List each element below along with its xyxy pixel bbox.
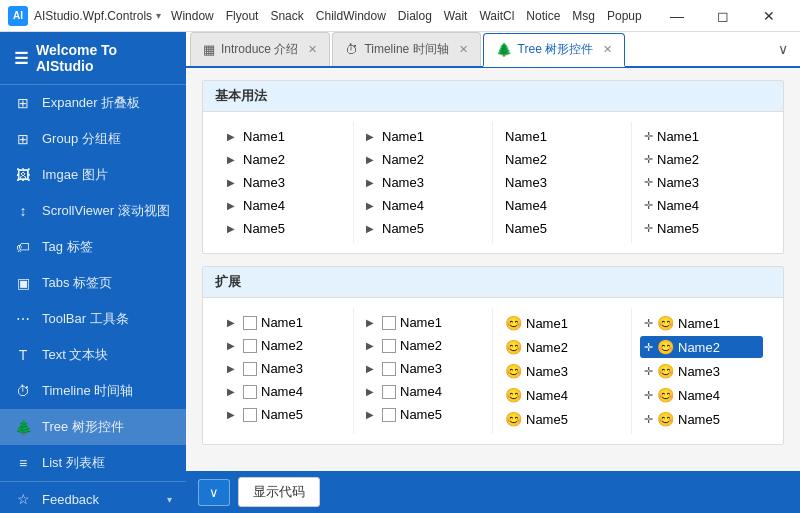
tree-row[interactable]: ✛😊Name4 (640, 384, 763, 406)
sidebar-item-image[interactable]: 🖼 Imgae 图片 (0, 157, 186, 193)
sidebar-item-label: Text 文本块 (42, 346, 172, 364)
tree-row[interactable]: Name4 (501, 195, 623, 216)
tree-row[interactable]: 😊Name4 (501, 384, 623, 406)
menu-notice[interactable]: Notice (526, 9, 560, 23)
tree-node-label: Name4 (678, 388, 720, 403)
sidebar-item-text[interactable]: T Text 文本块 (0, 337, 186, 373)
menu-flyout[interactable]: Flyout (226, 9, 259, 23)
tree-row[interactable]: ▶Name1 (223, 126, 345, 147)
menu-dialog[interactable]: Dialog (398, 9, 432, 23)
sidebar-item-group[interactable]: ⊞ Group 分组框 (0, 121, 186, 157)
menu-msg[interactable]: Msg (572, 9, 595, 23)
tree-checkbox[interactable] (382, 385, 396, 399)
tree-node-label: Name4 (505, 198, 547, 213)
expand-arrow: ▶ (227, 131, 239, 142)
plus-icon: ✛ (644, 413, 653, 426)
tab-introduce[interactable]: ▦ Introduce 介绍 ✕ (190, 32, 330, 66)
menu-window[interactable]: Window (171, 9, 214, 23)
tree-node-label: Name5 (526, 412, 568, 427)
tree-row[interactable]: ▶Name1 (223, 312, 345, 333)
tab-more-button[interactable]: ∨ (770, 37, 796, 61)
tree-row[interactable]: ▶Name3 (223, 358, 345, 379)
tree-checkbox[interactable] (382, 408, 396, 422)
tree-row[interactable]: ▶Name4 (223, 195, 345, 216)
tab-timeline[interactable]: ⏱ Timeline 时间轴 ✕ (332, 32, 480, 66)
menu-snack[interactable]: Snack (270, 9, 303, 23)
tree-row[interactable]: ✛😊Name1 (640, 312, 763, 334)
tree-checkbox[interactable] (243, 316, 257, 330)
smiley-icon: 😊 (657, 363, 674, 379)
sidebar-item-scrollviewer[interactable]: ↕ ScrollViewer 滚动视图 (0, 193, 186, 229)
tree-row[interactable]: ✛Name2 (640, 149, 763, 170)
menu-childwindow[interactable]: ChildWindow (316, 9, 386, 23)
sidebar-item-tree[interactable]: 🌲 Tree 树形控件 (0, 409, 186, 445)
menu-wait[interactable]: Wait (444, 9, 468, 23)
sidebar-item-label: Tag 标签 (42, 238, 172, 256)
maximize-button[interactable]: ◻ (700, 0, 746, 32)
tree-row-selected[interactable]: ✛😊Name2 (640, 336, 763, 358)
show-code-button[interactable]: 显示代码 (238, 477, 320, 507)
sidebar-item-expander[interactable]: ⊞ Expander 折叠板 (0, 85, 186, 121)
tree-row[interactable]: ✛Name5 (640, 218, 763, 239)
tree-checkbox[interactable] (382, 339, 396, 353)
tree-row[interactable]: ✛😊Name3 (640, 360, 763, 382)
tree-node-label: Name5 (243, 221, 285, 236)
sidebar-item-label: ToolBar 工具条 (42, 310, 172, 328)
tree-checkbox[interactable] (382, 316, 396, 330)
tree-row[interactable]: 😊Name2 (501, 336, 623, 358)
tree-row[interactable]: ▶Name5 (362, 218, 484, 239)
dropdown-button[interactable]: ∨ (198, 479, 230, 506)
tree-node-label: Name5 (382, 221, 424, 236)
tree-row[interactable]: ▶Name4 (362, 381, 484, 402)
tree-checkbox[interactable] (382, 362, 396, 376)
tree-row[interactable]: ▶Name5 (223, 404, 345, 425)
tree-row[interactable]: ▶Name5 (223, 218, 345, 239)
tree-row[interactable]: ▶Name3 (362, 172, 484, 193)
sidebar-item-feedback[interactable]: ☆ Feedback ▾ (0, 482, 186, 513)
sidebar-item-tag[interactable]: 🏷 Tag 标签 (0, 229, 186, 265)
close-button[interactable]: ✕ (746, 0, 792, 32)
tree-checkbox[interactable] (243, 362, 257, 376)
sidebar-item-tabs[interactable]: ▣ Tabs 标签页 (0, 265, 186, 301)
tree-row[interactable]: Name5 (501, 218, 623, 239)
tree-row[interactable]: 😊Name1 (501, 312, 623, 334)
tree-row[interactable]: ▶Name2 (362, 149, 484, 170)
feedback-arrow: ▾ (167, 494, 172, 505)
tree-row[interactable]: ▶Name4 (223, 381, 345, 402)
tree-row[interactable]: ▶Name1 (362, 312, 484, 333)
tree-row[interactable]: ▶Name3 (362, 358, 484, 379)
tree-row[interactable]: Name3 (501, 172, 623, 193)
tree-row[interactable]: ✛😊Name5 (640, 408, 763, 430)
tree-checkbox[interactable] (243, 339, 257, 353)
tab-tree[interactable]: 🌲 Tree 树形控件 ✕ (483, 33, 626, 67)
tab-introduce-close[interactable]: ✕ (308, 43, 317, 56)
titlebar: AI AIStudio.Wpf.Controls ▾ Window Flyout… (0, 0, 800, 32)
tree-row[interactable]: Name1 (501, 126, 623, 147)
tree-checkbox[interactable] (243, 385, 257, 399)
tree-row[interactable]: ▶Name1 (362, 126, 484, 147)
tree-row[interactable]: ▶Name3 (223, 172, 345, 193)
tree-row[interactable]: 😊Name3 (501, 360, 623, 382)
tree-row[interactable]: ▶Name4 (362, 195, 484, 216)
hamburger-icon[interactable]: ☰ (14, 49, 28, 68)
sidebar-item-list[interactable]: ≡ List 列表框 (0, 445, 186, 481)
minimize-button[interactable]: — (654, 0, 700, 32)
tree-row[interactable]: ▶Name2 (223, 335, 345, 356)
sidebar-item-timeline[interactable]: ⏱ Timeline 时间轴 (0, 373, 186, 409)
tab-timeline-close[interactable]: ✕ (459, 43, 468, 56)
tab-tree-close[interactable]: ✕ (603, 43, 612, 56)
expand-arrow: ▶ (366, 363, 378, 374)
tree-checkbox[interactable] (243, 408, 257, 422)
tree-row[interactable]: ✛Name3 (640, 172, 763, 193)
tree-row[interactable]: ▶Name5 (362, 404, 484, 425)
tree-row[interactable]: ▶Name2 (223, 149, 345, 170)
menu-popup[interactable]: Popup (607, 9, 642, 23)
tree-row[interactable]: ✛Name1 (640, 126, 763, 147)
tab-timeline-label: Timeline 时间轴 (364, 41, 448, 58)
tree-row[interactable]: ▶Name2 (362, 335, 484, 356)
menu-waitcl[interactable]: WaitCl (479, 9, 514, 23)
sidebar-item-toolbar[interactable]: ⋯ ToolBar 工具条 (0, 301, 186, 337)
tree-row[interactable]: Name2 (501, 149, 623, 170)
tree-row[interactable]: 😊Name5 (501, 408, 623, 430)
tree-row[interactable]: ✛Name4 (640, 195, 763, 216)
